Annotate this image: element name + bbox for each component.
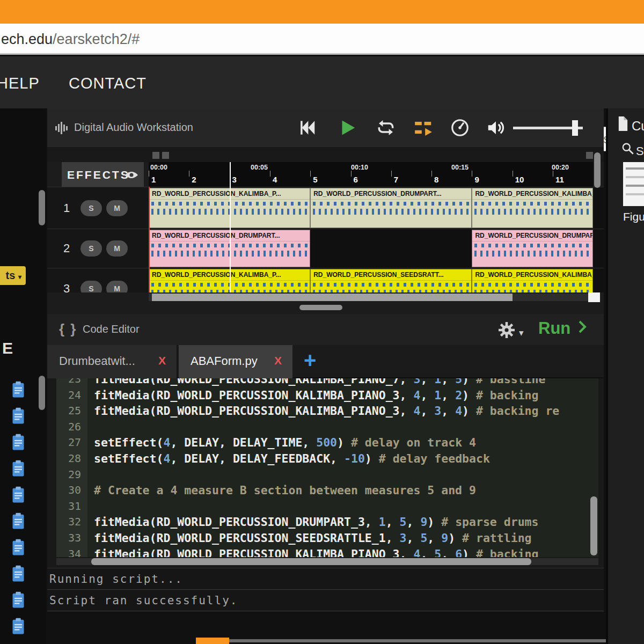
code-line[interactable]: setEffect(4, DELAY, DELAY_TIME, 500) # d… [87, 435, 598, 451]
paste-clipboard-icon[interactable] [11, 539, 26, 559]
timeline-ruler[interactable]: 00:0000:0500:1000:1500:201234567891011 [149, 162, 593, 188]
code-line[interactable]: ​ [87, 499, 598, 515]
metronome-button[interactable] [450, 118, 470, 140]
code-line[interactable]: fitMedia(RD_WORLD_PERCUSSION_KALIMBA_PIA… [87, 378, 598, 387]
thumbnail-line [626, 185, 644, 187]
line-number: 33 [56, 530, 87, 546]
browser-url-bar[interactable]: ech.edu/earsketch2/# [0, 24, 644, 55]
measure-tick [553, 171, 553, 177]
measure-tick [149, 171, 149, 177]
clip-waveform [313, 283, 469, 287]
code-line[interactable]: # Create a 4 measure B section between m… [87, 482, 598, 499]
new-tab-button[interactable]: + [304, 348, 316, 372]
effects-toggle[interactable]: EFFECTS [62, 162, 144, 188]
code-line[interactable]: ​ [87, 467, 598, 483]
zoom-handle[interactable] [586, 152, 593, 159]
code-line[interactable]: setEffect(4, DELAY, DELAY_FEEDBACK, -10)… [87, 451, 598, 467]
audio-clip[interactable]: RD_WORLD_PERCUSSION_DRUMPART... [472, 230, 593, 267]
measure-tick [431, 171, 432, 177]
thumbnail-line [626, 193, 644, 195]
daw-subheader [47, 147, 604, 162]
mute-button[interactable]: M [106, 281, 128, 293]
editor-horizontal-scrollbar-thumb[interactable] [91, 558, 531, 565]
audio-clip[interactable]: RD_WORLD_PERCUSSION_KALIMBA_P... [472, 269, 593, 292]
nav-help-link[interactable]: HELP [0, 75, 40, 92]
code-line[interactable]: fitMedia(RD_WORLD_PERCUSSION_KALIMBA_PIA… [87, 546, 598, 557]
code-line[interactable]: fitMedia(RD_WORLD_PERCUSSION_SEEDSRATTLE… [87, 530, 598, 546]
clip-label: RD_WORLD_PERCUSSION_DRUMPART... [472, 230, 592, 241]
daw-horizontal-scrollbar-thumb[interactable] [152, 294, 513, 301]
tab-abaform-script[interactable]: ABAForm.py X [179, 345, 292, 378]
url-text[interactable]: ech.edu/earsketch2/# [1, 31, 140, 48]
daw-vertical-scrollbar-thumb[interactable] [594, 152, 601, 188]
solo-button[interactable]: S [80, 281, 102, 293]
editor-horizontal-scrollbar[interactable] [56, 558, 598, 565]
track-lane[interactable]: RD_WORLD_PERCUSSION_KALIMBA_P...RD_WORLD… [149, 187, 593, 229]
editor-vertical-scrollbar-thumb[interactable] [590, 496, 597, 555]
close-tab-icon[interactable]: X [158, 354, 166, 367]
mute-button[interactable]: M [106, 200, 128, 216]
paste-clipboard-icon[interactable] [11, 486, 26, 506]
audio-clip[interactable]: RD_WORLD_PERCUSSION_SEEDSRATT... [310, 269, 472, 292]
code-line[interactable]: fitMedia(RD_WORLD_PERCUSSION_KALIMBA_PIA… [87, 387, 598, 404]
figure-thumbnail[interactable] [623, 162, 644, 206]
track-number: 1 [63, 201, 70, 215]
play-button[interactable] [337, 118, 357, 140]
track-lane[interactable]: RD_WORLD_PERCUSSION_KALIMBA_P...RD_WORLD… [149, 268, 593, 292]
code-line[interactable]: fitMedia(RD_WORLD_PERCUSSION_DRUMPART_3,… [87, 514, 598, 530]
line-number: 32 [56, 514, 87, 530]
nav-contact-link[interactable]: CONTACT [69, 75, 147, 92]
zoom-in-handle[interactable] [162, 152, 169, 159]
daw-horizontal-scrollbar[interactable] [149, 294, 593, 301]
multitrack-view-button[interactable] [413, 118, 434, 140]
run-button[interactable]: Run [538, 319, 587, 338]
paste-clipboard-icon[interactable] [11, 565, 26, 585]
playhead[interactable] [230, 162, 231, 292]
thumbnail-line [626, 176, 644, 178]
measure-label: 10 [515, 175, 524, 184]
scrollbar-corner [588, 292, 600, 302]
paste-clipboard-icon[interactable] [11, 407, 26, 427]
paste-clipboard-icon[interactable] [11, 460, 26, 480]
curriculum-search-label[interactable]: S [636, 144, 644, 158]
measure-label: 8 [434, 175, 438, 184]
skip-to-start-button[interactable] [297, 118, 317, 140]
code-pane[interactable]: fitMedia(RD_WORLD_PERCUSSION_KALIMBA_PIA… [87, 378, 598, 557]
console-message: Script ran successfully. [47, 590, 604, 611]
editor-settings-gear-icon[interactable] [497, 320, 516, 342]
code-braces-icon: { } [59, 321, 77, 338]
mute-button[interactable]: M [106, 240, 128, 257]
paste-clipboard-icon[interactable] [11, 591, 26, 611]
app-header: HELP CONTACT tT ▾ [0, 56, 644, 108]
track-area: 1SMRD_WORLD_PERCUSSION_KALIMBA_P...RD_WO… [47, 187, 604, 292]
code-area[interactable]: 232425262728293031323334 fitMedia(RD_WOR… [56, 378, 598, 557]
paste-clipboard-icon[interactable] [11, 381, 26, 401]
time-label: 00:05 [251, 164, 268, 171]
loop-button[interactable] [376, 118, 396, 140]
track-lane[interactable]: RD_WORLD_PERCUSSION_DRUMPART...RD_WORLD_… [149, 229, 593, 268]
code-line[interactable]: ​ [87, 419, 598, 435]
sidebar-scrollbar-thumb[interactable] [39, 190, 45, 225]
paste-clipboard-icon[interactable] [11, 618, 26, 638]
tab-drumbeat-script[interactable]: Drumbeatwit... X [47, 345, 178, 378]
close-tab-icon[interactable]: X [274, 354, 282, 367]
sidebar-scrollbar-thumb[interactable] [39, 376, 45, 410]
audio-clip[interactable]: RD_WORLD_PERCUSSION_DRUMPART... [310, 188, 472, 228]
line-number: 23 [56, 378, 87, 387]
volume-slider-thumb[interactable] [572, 120, 578, 136]
measure-label: 2 [192, 175, 196, 184]
sound-filter-chip[interactable]: ts ▾ [0, 266, 26, 285]
solo-button[interactable]: S [80, 240, 102, 257]
measure-label: 7 [394, 175, 398, 184]
code-line[interactable]: fitMedia(RD_WORLD_PERCUSSION_KALIMBA_PIA… [87, 403, 598, 419]
volume-icon[interactable] [486, 118, 506, 140]
solo-button[interactable]: S [80, 200, 102, 216]
thumbnail-line [626, 167, 644, 170]
paste-clipboard-icon[interactable] [11, 434, 26, 453]
panel-splitter-handle[interactable] [299, 305, 342, 310]
search-icon[interactable] [621, 142, 635, 158]
zoom-out-handle[interactable] [152, 152, 159, 159]
paste-clipboard-icon[interactable] [11, 513, 26, 532]
audio-clip[interactable]: RD_WORLD_PERCUSSION_KALIMBA_P... [472, 188, 593, 228]
curriculum-panel: Cu S Figu [606, 108, 644, 644]
